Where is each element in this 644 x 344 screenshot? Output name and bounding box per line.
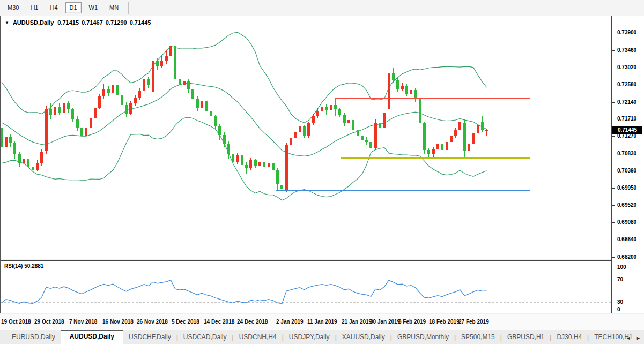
date-axis-label: 21 Jan 2019	[342, 319, 372, 325]
candle-body	[316, 111, 319, 116]
date-axis-label: 8 Feb 2019	[398, 319, 426, 325]
candle-body	[458, 122, 461, 131]
price-axis-tick	[612, 154, 615, 154]
candle-body	[183, 81, 186, 85]
candle-body	[450, 136, 453, 143]
tab-usdchf-daily[interactable]: USDCHF,Daily	[123, 331, 176, 344]
main-chart-plot[interactable]	[1, 16, 611, 259]
candle-body	[9, 137, 12, 143]
candle-body	[272, 163, 275, 170]
rsi-axis-label: 30	[617, 299, 623, 305]
candle-body	[352, 120, 354, 130]
candle-body	[27, 159, 29, 167]
candle-body	[405, 86, 408, 94]
candle-body	[191, 89, 194, 99]
price-axis[interactable]: 0.739000.734600.730200.725800.721400.717…	[611, 16, 644, 313]
tab-sp500-m15[interactable]: SP500,M15	[456, 331, 500, 344]
candle-body	[218, 126, 221, 135]
candle-body	[45, 109, 48, 151]
candle-body	[210, 111, 212, 116]
date-axis-label: 11 Jan 2019	[307, 319, 337, 325]
candle-body	[165, 56, 168, 61]
timeframe-button-d1[interactable]: D1	[65, 2, 82, 13]
candle-body	[330, 105, 332, 110]
price-axis-tick	[612, 85, 615, 85]
price-axis-label: 0.71270	[617, 133, 636, 139]
candle-body	[18, 154, 21, 163]
candle-body	[236, 155, 239, 162]
timeframe-button-h1[interactable]: H1	[26, 2, 42, 13]
date-axis-label: 24 Dec 2018	[237, 319, 268, 325]
candle-body	[147, 79, 150, 85]
candle-body	[321, 107, 323, 111]
price-axis-tick	[612, 119, 615, 119]
tab-gbpusd-monthly[interactable]: GBPUSD,Monthly	[392, 331, 454, 344]
candle-body	[249, 160, 252, 168]
candle-body	[143, 79, 145, 91]
candle-body	[357, 130, 359, 136]
chart-title: ▼ AUDUSD,Daily 0.71415 0.71467 0.71290 0…	[5, 19, 151, 26]
symbol-dropdown-icon: ▼	[5, 20, 9, 25]
tab-scroll-left-icon[interactable]: ◄	[626, 335, 631, 341]
timeframe-toolbar: M30H1H4D1W1MN	[0, 0, 644, 16]
candle-body	[112, 85, 114, 93]
candle-body	[388, 73, 390, 109]
candle-body	[174, 46, 176, 79]
price-axis-label: 0.73900	[617, 29, 636, 36]
candle-body	[294, 132, 297, 138]
tab-eurusd-daily[interactable]: EURUSD,Daily	[6, 331, 61, 344]
tab-usdjpy-daily[interactable]: USDJPY,Daily	[284, 331, 335, 344]
rsi-indicator-label: RSI(14) 50.2881	[4, 263, 43, 269]
candle-body	[49, 109, 52, 115]
candle-body	[90, 118, 92, 127]
candle-body	[396, 80, 399, 88]
candle-body	[98, 96, 101, 108]
candle-body	[13, 143, 16, 154]
tab-gbpusd-h1[interactable]: GBPUSD,H1	[502, 331, 550, 344]
current-price-tag: 0.71445	[612, 126, 642, 134]
price-axis-label: 0.72580	[617, 81, 636, 88]
tab-xauusd-daily[interactable]: XAUUSD,Daily	[337, 331, 390, 344]
timeframe-button-m30[interactable]: M30	[3, 2, 23, 13]
candle-body	[138, 91, 141, 98]
candle-body	[40, 152, 43, 163]
date-axis[interactable]: 19 Oct 201829 Oct 20187 Nov 201816 Nov 2…	[0, 314, 644, 330]
candles-layer	[1, 31, 488, 255]
price-axis-label: 0.69080	[617, 219, 636, 226]
candle-body	[485, 130, 488, 131]
date-axis-label: 26 Nov 2018	[137, 319, 168, 325]
date-axis-label: 29 Oct 2018	[34, 319, 64, 325]
date-axis-label: 19 Oct 2018	[1, 319, 31, 325]
candle-body	[303, 126, 306, 136]
candle-body	[383, 113, 386, 128]
horizontal-lines[interactable]	[276, 99, 530, 191]
candle-body	[134, 98, 137, 104]
candle-body	[392, 73, 395, 80]
date-axis-label: 30 Jan 2019	[370, 319, 400, 325]
candle-body	[441, 144, 443, 150]
chart-title-symbol: AUDUSD,Daily	[13, 19, 54, 26]
tab-dj30-h4[interactable]: DJ30,H4	[551, 331, 587, 344]
timeframe-button-mn[interactable]: MN	[105, 2, 123, 13]
price-axis-tick	[612, 188, 615, 189]
candle-body	[214, 116, 217, 126]
candle-body	[80, 128, 83, 136]
ohlc-open: 0.71415	[57, 19, 79, 26]
tab-audusd-daily[interactable]: AUDUSD,Daily	[61, 330, 123, 344]
timeframe-button-w1[interactable]: W1	[85, 2, 102, 13]
chart-window[interactable]: ▼ AUDUSD,Daily 0.71415 0.71467 0.71290 0…	[0, 16, 611, 313]
candle-body	[432, 149, 435, 154]
tab-scroll-right-icon[interactable]: ►	[636, 335, 641, 341]
candle-body	[76, 119, 79, 128]
price-axis-label: 0.73020	[617, 64, 636, 71]
candle-body	[129, 103, 132, 114]
tab-usdcnh-h4[interactable]: USDCNH,H4	[234, 331, 282, 344]
candle-body	[361, 136, 364, 140]
candle-body	[338, 109, 341, 115]
tab-usdcad-daily[interactable]: USDCAD,Daily	[178, 331, 232, 344]
date-axis-label: 5 Dec 2018	[172, 319, 199, 325]
candle-body	[23, 159, 25, 163]
candle-body	[263, 162, 265, 167]
rsi-plot[interactable]	[1, 261, 611, 313]
timeframe-button-h4[interactable]: H4	[46, 2, 62, 13]
